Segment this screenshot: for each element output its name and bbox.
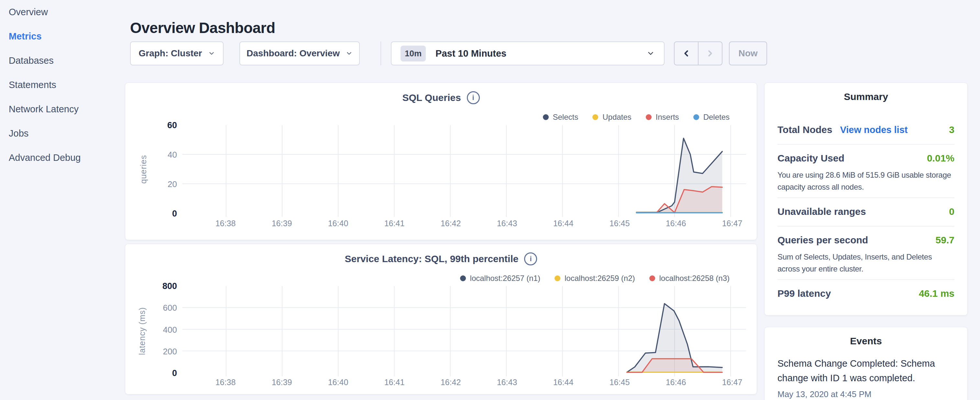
chart-title-row: SQL Queries i bbox=[125, 91, 757, 104]
x-axis-tick-label: 16:39 bbox=[272, 378, 292, 387]
x-axis-tick-label: 16:45 bbox=[609, 219, 630, 228]
graph-scope-dropdown-label: Graph: Cluster bbox=[138, 48, 202, 59]
dashboard-dropdown-label: Dashboard: Overview bbox=[247, 48, 340, 59]
summary-label: Unavailable ranges bbox=[778, 206, 866, 217]
time-step-back-button[interactable] bbox=[675, 42, 698, 65]
time-range-selector[interactable]: 10m Past 10 Minutes bbox=[391, 41, 665, 65]
view-nodes-list-link[interactable]: View nodes list bbox=[840, 124, 908, 135]
summary-row-total-nodes: Total Nodes View nodes list 3 bbox=[778, 102, 955, 145]
legend-item: Inserts bbox=[646, 113, 679, 122]
page-title: Overview Dashboard bbox=[130, 19, 275, 37]
summary-value: 0.01% bbox=[927, 153, 955, 164]
summary-label: Capacity Used bbox=[778, 153, 845, 164]
x-axis-tick-label: 16:39 bbox=[272, 219, 292, 228]
x-axis-tick-label: 16:41 bbox=[384, 219, 405, 228]
summary-value: 59.7 bbox=[935, 234, 955, 245]
chart-title-row: Service Latency: SQL, 99th percentile i bbox=[125, 252, 757, 265]
x-axis-tick-label: 16:46 bbox=[666, 219, 686, 228]
y-axis-tick-label: 60 bbox=[135, 120, 177, 131]
legend-dot-icon bbox=[460, 276, 466, 281]
series-area bbox=[627, 359, 722, 373]
legend-label: localhost:26258 (n3) bbox=[659, 274, 730, 283]
x-axis-tick-label: 16:44 bbox=[553, 219, 574, 228]
x-axis-tick-label: 16:38 bbox=[215, 219, 236, 228]
summary-description: You are using 28.6 MiB of 515.9 GiB usab… bbox=[778, 169, 955, 193]
y-axis-label: queries bbox=[139, 155, 148, 184]
chart-legend: localhost:26257 (n1)localhost:26259 (n2)… bbox=[460, 274, 730, 283]
legend-dot-icon bbox=[649, 276, 655, 281]
x-axis-tick-label: 16:40 bbox=[328, 378, 348, 387]
event-timestamp: May 13, 2020 at 4:45 PM bbox=[778, 389, 955, 399]
y-axis-tick-label: 0 bbox=[135, 208, 177, 219]
time-step-buttons bbox=[674, 41, 722, 65]
x-axis-tick-label: 16:43 bbox=[497, 219, 517, 228]
x-axis-tick-label: 16:47 bbox=[722, 378, 743, 387]
sidebar-item-metrics[interactable]: Metrics bbox=[0, 24, 125, 49]
summary-label: Total Nodes bbox=[778, 124, 832, 135]
sidebar-item-databases[interactable]: Databases bbox=[0, 49, 125, 73]
summary-row-capacity-used: Capacity Used 0.01% You are using 28.6 M… bbox=[778, 145, 955, 198]
x-axis-tick-label: 16:38 bbox=[215, 378, 236, 387]
time-step-forward-button[interactable] bbox=[698, 42, 722, 65]
dashboard-dropdown[interactable]: Dashboard: Overview bbox=[239, 41, 360, 65]
x-axis-tick-label: 16:42 bbox=[441, 219, 461, 228]
series-line bbox=[636, 138, 722, 212]
info-icon[interactable]: i bbox=[524, 252, 537, 265]
legend-dot-icon bbox=[592, 114, 598, 120]
chevron-right-icon bbox=[705, 49, 715, 58]
chevron-down-icon bbox=[208, 50, 215, 57]
sidebar-item-advanced-debug[interactable]: Advanced Debug bbox=[0, 146, 125, 170]
x-axis-tick-label: 16:40 bbox=[328, 219, 348, 228]
legend-item: localhost:26258 (n3) bbox=[649, 274, 730, 283]
legend-dot-icon bbox=[555, 276, 560, 281]
legend-item: Updates bbox=[592, 113, 631, 122]
x-axis-tick-label: 16:41 bbox=[384, 378, 405, 387]
legend-item: Deletes bbox=[694, 113, 730, 122]
chart-plot bbox=[125, 83, 757, 240]
series-area bbox=[636, 138, 722, 213]
time-window-label: Past 10 Minutes bbox=[436, 48, 506, 59]
summary-title: Summary bbox=[778, 83, 955, 102]
chart-plot bbox=[125, 244, 757, 394]
events-panel: Events Schema Change Completed: Schema c… bbox=[764, 327, 968, 400]
legend-label: Deletes bbox=[703, 113, 730, 122]
x-axis-tick-label: 16:43 bbox=[497, 378, 517, 387]
sidebar: Overview Metrics Databases Statements Ne… bbox=[0, 0, 125, 400]
event-message: Schema Change Completed: Schema change w… bbox=[778, 356, 955, 386]
info-icon[interactable]: i bbox=[467, 91, 480, 104]
x-axis-tick-label: 16:46 bbox=[666, 378, 686, 387]
legend-dot-icon bbox=[694, 114, 699, 120]
graph-scope-dropdown[interactable]: Graph: Cluster bbox=[130, 41, 224, 65]
chevron-left-icon bbox=[681, 49, 691, 58]
summary-row-queries-per-second: Queries per second 59.7 Sum of Selects, … bbox=[778, 226, 955, 280]
series-area bbox=[627, 304, 722, 373]
summary-value: 3 bbox=[949, 124, 955, 135]
legend-dot-icon bbox=[543, 114, 549, 120]
sidebar-item-jobs[interactable]: Jobs bbox=[0, 121, 125, 146]
summary-label: P99 latency bbox=[778, 288, 831, 299]
sidebar-item-statements[interactable]: Statements bbox=[0, 73, 125, 97]
x-axis-tick-label: 16:47 bbox=[722, 219, 743, 228]
toolbar-divider bbox=[380, 41, 381, 65]
summary-value: 46.1 ms bbox=[919, 288, 955, 299]
series-area bbox=[627, 372, 722, 373]
legend-label: localhost:26259 (n2) bbox=[565, 274, 635, 283]
summary-row-p99-latency: P99 latency 46.1 ms bbox=[778, 280, 955, 308]
sidebar-item-overview[interactable]: Overview bbox=[0, 0, 125, 24]
now-button[interactable]: Now bbox=[729, 41, 767, 65]
legend-label: localhost:26257 (n1) bbox=[470, 274, 540, 283]
sql-queries-chart-card: SQL Queries i SelectsUpdatesInsertsDelet… bbox=[125, 83, 757, 240]
chevron-down-icon bbox=[646, 49, 655, 57]
legend-dot-icon bbox=[646, 114, 652, 120]
y-axis-label: latency (ms) bbox=[137, 307, 147, 355]
legend-label: Updates bbox=[603, 113, 631, 122]
chevron-down-icon bbox=[345, 50, 353, 57]
sidebar-item-network-latency[interactable]: Network Latency bbox=[0, 97, 125, 121]
db-console-overview-page: Overview Metrics Databases Statements Ne… bbox=[0, 0, 980, 400]
legend-item: localhost:26259 (n2) bbox=[555, 274, 635, 283]
y-axis-tick-label: 0 bbox=[135, 368, 177, 379]
series-line bbox=[636, 187, 722, 213]
service-latency-chart-card: Service Latency: SQL, 99th percentile i … bbox=[125, 244, 757, 395]
x-axis-tick-label: 16:45 bbox=[609, 378, 630, 387]
x-axis-tick-label: 16:42 bbox=[441, 378, 461, 387]
